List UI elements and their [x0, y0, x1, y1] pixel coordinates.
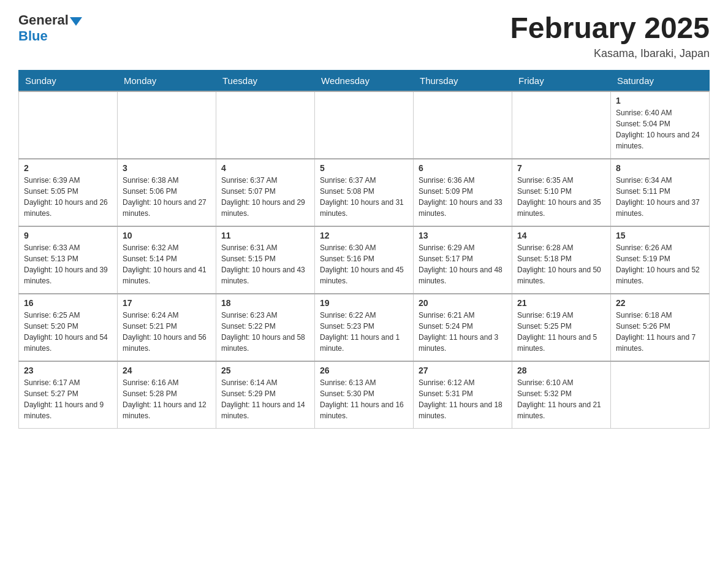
calendar-cell — [315, 91, 414, 159]
calendar-cell: 13Sunrise: 6:29 AMSunset: 5:17 PMDayligh… — [414, 226, 512, 294]
logo: General Blue — [18, 12, 82, 44]
day-info: Sunrise: 6:19 AMSunset: 5:25 PMDaylight:… — [517, 310, 605, 354]
weekday-header-monday: Monday — [118, 70, 216, 91]
calendar-cell: 23Sunrise: 6:17 AMSunset: 5:27 PMDayligh… — [19, 361, 118, 429]
calendar-cell: 22Sunrise: 6:18 AMSunset: 5:26 PMDayligh… — [611, 294, 710, 361]
day-number: 1 — [616, 96, 704, 105]
calendar-cell: 6Sunrise: 6:36 AMSunset: 5:09 PMDaylight… — [414, 159, 512, 226]
day-info: Sunrise: 6:39 AMSunset: 5:05 PMDaylight:… — [24, 175, 112, 219]
day-info: Sunrise: 6:31 AMSunset: 5:15 PMDaylight:… — [221, 242, 309, 286]
day-number: 20 — [419, 298, 507, 308]
day-number: 22 — [616, 298, 704, 308]
day-number: 17 — [123, 298, 211, 308]
weekday-header-thursday: Thursday — [414, 70, 512, 91]
day-number: 18 — [221, 298, 309, 308]
day-number: 26 — [320, 366, 408, 375]
day-info: Sunrise: 6:37 AMSunset: 5:07 PMDaylight:… — [221, 175, 309, 219]
weekday-header-friday: Friday — [512, 70, 611, 91]
calendar-cell: 16Sunrise: 6:25 AMSunset: 5:20 PMDayligh… — [19, 294, 118, 361]
day-info: Sunrise: 6:28 AMSunset: 5:18 PMDaylight:… — [517, 242, 605, 286]
day-info: Sunrise: 6:18 AMSunset: 5:26 PMDaylight:… — [616, 310, 704, 354]
day-number: 28 — [517, 366, 605, 375]
calendar-week-4: 16Sunrise: 6:25 AMSunset: 5:20 PMDayligh… — [19, 294, 710, 361]
day-info: Sunrise: 6:22 AMSunset: 5:23 PMDaylight:… — [320, 310, 408, 354]
day-info: Sunrise: 6:30 AMSunset: 5:16 PMDaylight:… — [320, 242, 408, 286]
day-number: 27 — [419, 366, 507, 375]
calendar-cell: 4Sunrise: 6:37 AMSunset: 5:07 PMDaylight… — [216, 159, 315, 226]
day-info: Sunrise: 6:24 AMSunset: 5:21 PMDaylight:… — [123, 310, 211, 354]
logo-general-text: General — [18, 12, 69, 28]
day-number: 16 — [24, 298, 112, 308]
calendar-week-5: 23Sunrise: 6:17 AMSunset: 5:27 PMDayligh… — [19, 361, 710, 429]
calendar-table: SundayMondayTuesdayWednesdayThursdayFrid… — [18, 70, 710, 429]
calendar-cell: 25Sunrise: 6:14 AMSunset: 5:29 PMDayligh… — [216, 361, 315, 429]
weekday-header-tuesday: Tuesday — [216, 70, 315, 91]
day-info: Sunrise: 6:12 AMSunset: 5:31 PMDaylight:… — [419, 377, 507, 421]
day-number: 24 — [123, 366, 211, 375]
calendar-cell: 1Sunrise: 6:40 AMSunset: 5:04 PMDaylight… — [611, 91, 710, 159]
day-number: 9 — [24, 231, 112, 240]
day-number: 10 — [123, 231, 211, 240]
day-info: Sunrise: 6:40 AMSunset: 5:04 PMDaylight:… — [616, 107, 704, 151]
day-info: Sunrise: 6:16 AMSunset: 5:28 PMDaylight:… — [123, 377, 211, 421]
day-number: 8 — [616, 163, 704, 173]
calendar-cell: 24Sunrise: 6:16 AMSunset: 5:28 PMDayligh… — [118, 361, 216, 429]
day-info: Sunrise: 6:38 AMSunset: 5:06 PMDaylight:… — [123, 175, 211, 219]
day-number: 11 — [221, 231, 309, 240]
day-info: Sunrise: 6:32 AMSunset: 5:14 PMDaylight:… — [123, 242, 211, 286]
day-info: Sunrise: 6:14 AMSunset: 5:29 PMDaylight:… — [221, 377, 309, 421]
calendar-cell: 18Sunrise: 6:23 AMSunset: 5:22 PMDayligh… — [216, 294, 315, 361]
calendar-cell: 2Sunrise: 6:39 AMSunset: 5:05 PMDaylight… — [19, 159, 118, 226]
calendar-week-2: 2Sunrise: 6:39 AMSunset: 5:05 PMDaylight… — [19, 159, 710, 226]
logo-arrow-icon — [70, 17, 82, 26]
weekday-header-sunday: Sunday — [19, 70, 118, 91]
calendar-cell: 5Sunrise: 6:37 AMSunset: 5:08 PMDaylight… — [315, 159, 414, 226]
weekday-header-wednesday: Wednesday — [315, 70, 414, 91]
month-title: February 2025 — [510, 12, 710, 45]
day-number: 3 — [123, 163, 211, 173]
calendar-cell: 12Sunrise: 6:30 AMSunset: 5:16 PMDayligh… — [315, 226, 414, 294]
calendar-cell: 26Sunrise: 6:13 AMSunset: 5:30 PMDayligh… — [315, 361, 414, 429]
day-info: Sunrise: 6:34 AMSunset: 5:11 PMDaylight:… — [616, 175, 704, 219]
calendar-cell: 15Sunrise: 6:26 AMSunset: 5:19 PMDayligh… — [611, 226, 710, 294]
day-info: Sunrise: 6:25 AMSunset: 5:20 PMDaylight:… — [24, 310, 112, 354]
calendar-cell: 27Sunrise: 6:12 AMSunset: 5:31 PMDayligh… — [414, 361, 512, 429]
weekday-header-row: SundayMondayTuesdayWednesdayThursdayFrid… — [19, 70, 710, 91]
day-info: Sunrise: 6:36 AMSunset: 5:09 PMDaylight:… — [419, 175, 507, 219]
day-info: Sunrise: 6:23 AMSunset: 5:22 PMDaylight:… — [221, 310, 309, 354]
day-info: Sunrise: 6:29 AMSunset: 5:17 PMDaylight:… — [419, 242, 507, 286]
day-number: 6 — [419, 163, 507, 173]
day-number: 21 — [517, 298, 605, 308]
calendar-cell: 11Sunrise: 6:31 AMSunset: 5:15 PMDayligh… — [216, 226, 315, 294]
day-info: Sunrise: 6:21 AMSunset: 5:24 PMDaylight:… — [419, 310, 507, 354]
page-header: General Blue February 2025 Kasama, Ibara… — [18, 12, 710, 60]
calendar-cell — [118, 91, 216, 159]
location-subtitle: Kasama, Ibaraki, Japan — [510, 47, 710, 60]
day-info: Sunrise: 6:37 AMSunset: 5:08 PMDaylight:… — [320, 175, 408, 219]
day-info: Sunrise: 6:26 AMSunset: 5:19 PMDaylight:… — [616, 242, 704, 286]
calendar-cell: 14Sunrise: 6:28 AMSunset: 5:18 PMDayligh… — [512, 226, 611, 294]
day-info: Sunrise: 6:10 AMSunset: 5:32 PMDaylight:… — [517, 377, 605, 421]
day-info: Sunrise: 6:35 AMSunset: 5:10 PMDaylight:… — [517, 175, 605, 219]
calendar-cell: 19Sunrise: 6:22 AMSunset: 5:23 PMDayligh… — [315, 294, 414, 361]
calendar-cell — [611, 361, 710, 429]
calendar-cell: 3Sunrise: 6:38 AMSunset: 5:06 PMDaylight… — [118, 159, 216, 226]
day-number: 23 — [24, 366, 112, 375]
calendar-cell: 28Sunrise: 6:10 AMSunset: 5:32 PMDayligh… — [512, 361, 611, 429]
calendar-cell — [512, 91, 611, 159]
calendar-cell: 9Sunrise: 6:33 AMSunset: 5:13 PMDaylight… — [19, 226, 118, 294]
calendar-cell: 10Sunrise: 6:32 AMSunset: 5:14 PMDayligh… — [118, 226, 216, 294]
day-number: 14 — [517, 231, 605, 240]
calendar-week-1: 1Sunrise: 6:40 AMSunset: 5:04 PMDaylight… — [19, 91, 710, 159]
calendar-cell: 20Sunrise: 6:21 AMSunset: 5:24 PMDayligh… — [414, 294, 512, 361]
day-number: 7 — [517, 163, 605, 173]
day-info: Sunrise: 6:13 AMSunset: 5:30 PMDaylight:… — [320, 377, 408, 421]
calendar-cell: 21Sunrise: 6:19 AMSunset: 5:25 PMDayligh… — [512, 294, 611, 361]
weekday-header-saturday: Saturday — [611, 70, 710, 91]
day-info: Sunrise: 6:17 AMSunset: 5:27 PMDaylight:… — [24, 377, 112, 421]
calendar-cell: 7Sunrise: 6:35 AMSunset: 5:10 PMDaylight… — [512, 159, 611, 226]
day-number: 12 — [320, 231, 408, 240]
day-number: 13 — [419, 231, 507, 240]
logo-blue-text: Blue — [18, 28, 82, 44]
day-number: 4 — [221, 163, 309, 173]
